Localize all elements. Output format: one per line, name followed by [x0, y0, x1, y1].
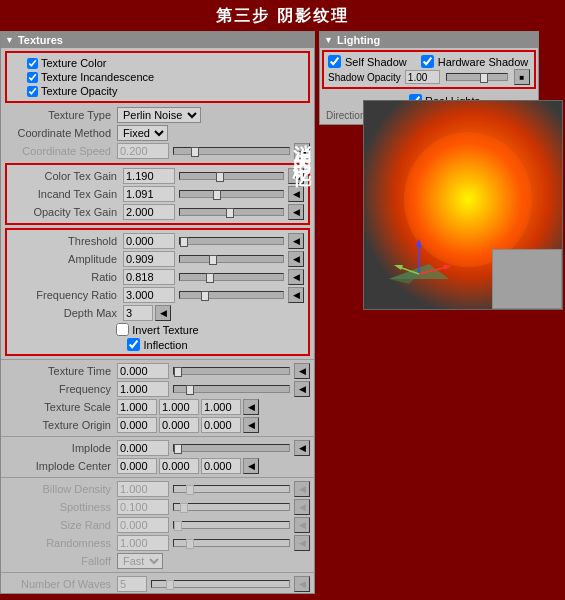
texture-incandescence-checkbox[interactable]	[27, 72, 38, 83]
implode-center-y-input[interactable]	[159, 458, 199, 474]
incand-tex-gain-input[interactable]	[123, 186, 175, 202]
amplitude-btn[interactable]: ◀	[288, 251, 304, 267]
texture-origin-z-input[interactable]	[201, 417, 241, 433]
texture-origin-btn[interactable]: ◀	[243, 417, 259, 433]
texture-opacity-label: Texture Opacity	[41, 85, 117, 97]
lighting-checkboxes-group: Self Shadow Hardware Shadow Shadow Opaci…	[322, 50, 536, 89]
coord-speed-slider[interactable]	[173, 147, 290, 155]
size-rand-row: Size Rand ◀	[1, 516, 314, 534]
implode-btn[interactable]: ◀	[294, 440, 310, 456]
coord-method-row: Coordinate Method Fixed	[1, 124, 314, 142]
implode-input[interactable]	[117, 440, 169, 456]
incand-tex-gain-label: Incand Tex Gain	[11, 188, 121, 200]
svg-marker-5	[443, 265, 452, 270]
texture-origin-label: Texture Origin	[5, 419, 115, 431]
hardware-shadow-checkbox[interactable]	[421, 55, 434, 68]
spottiness-slider	[173, 503, 290, 511]
threshold-slider[interactable]	[179, 237, 284, 245]
threshold-btn[interactable]: ◀	[288, 233, 304, 249]
threshold-input[interactable]	[123, 233, 175, 249]
ratio-label: Ratio	[11, 271, 121, 283]
frequency-row: Frequency ◀	[1, 380, 314, 398]
shadow-opacity-slider[interactable]	[446, 73, 508, 81]
ratio-slider[interactable]	[179, 273, 284, 281]
spottiness-label: Spottiness	[5, 501, 115, 513]
coord-speed-input[interactable]	[117, 143, 169, 159]
billow-density-input	[117, 481, 169, 497]
lighting-collapse-arrow[interactable]: ▼	[324, 35, 333, 45]
opacity-tex-gain-input[interactable]	[123, 204, 175, 220]
color-tex-gain-slider[interactable]	[179, 172, 284, 180]
textures-panel: ▼ Textures Texture Color Texture Incande…	[0, 31, 315, 594]
preview-gray-box	[492, 249, 562, 309]
randomness-row: Randomness ◀	[1, 534, 314, 552]
frequency-slider[interactable]	[173, 385, 290, 393]
spottiness-input	[117, 499, 169, 515]
implode-center-btn[interactable]: ◀	[243, 458, 259, 474]
color-tex-gain-input[interactable]	[123, 168, 175, 184]
shadow-opacity-input[interactable]	[405, 70, 440, 84]
depth-max-input[interactable]	[123, 305, 153, 321]
implode-center-z-input[interactable]	[201, 458, 241, 474]
texture-type-dropdown[interactable]: Perlin Noise	[117, 107, 201, 123]
texture-type-row: Texture Type Perlin Noise	[1, 106, 314, 124]
texture-origin-row: Texture Origin ◀	[1, 416, 314, 434]
texture-scale-z-input[interactable]	[201, 399, 241, 415]
texture-scale-btn[interactable]: ◀	[243, 399, 259, 415]
falloff-row: Falloff Fast	[1, 552, 314, 570]
texture-time-input[interactable]	[117, 363, 169, 379]
incand-tex-gain-btn[interactable]: ◀	[288, 186, 304, 202]
opacity-tex-gain-slider[interactable]	[179, 208, 284, 216]
texture-time-slider[interactable]	[173, 367, 290, 375]
page-title: 第三步 阴影纹理	[0, 0, 565, 31]
frequency-ratio-input[interactable]	[123, 287, 175, 303]
frequency-input[interactable]	[117, 381, 169, 397]
coord-method-dropdown[interactable]: Fixed	[117, 125, 168, 141]
texture-time-btn[interactable]: ◀	[294, 363, 310, 379]
texture-origin-y-input[interactable]	[159, 417, 199, 433]
texture-scale-x-input[interactable]	[117, 399, 157, 415]
frequency-ratio-row: Frequency Ratio ◀	[7, 286, 308, 304]
shadow-opacity-label: Shadow Opacity	[328, 72, 401, 83]
amplitude-input[interactable]	[123, 251, 175, 267]
noise-params-section: Threshold ◀ Amplitude ◀ Ratio ◀ Fre	[5, 228, 310, 356]
texture-scale-y-input[interactable]	[159, 399, 199, 415]
texture-opacity-checkbox[interactable]	[27, 86, 38, 97]
depth-max-btn[interactable]: ◀	[155, 305, 171, 321]
ratio-btn[interactable]: ◀	[288, 269, 304, 285]
color-tex-gain-btn[interactable]: ◀	[288, 168, 304, 184]
implode-center-x-input[interactable]	[117, 458, 157, 474]
implode-slider[interactable]	[173, 444, 290, 452]
self-shadow-checkbox[interactable]	[328, 55, 341, 68]
texture-scale-row: Texture Scale ◀	[1, 398, 314, 416]
shadow-opacity-btn[interactable]: ■	[514, 69, 530, 85]
invert-texture-checkbox[interactable]	[116, 323, 129, 336]
texture-origin-x-input[interactable]	[117, 417, 157, 433]
texture-scale-label: Texture Scale	[5, 401, 115, 413]
invert-texture-row: Invert Texture	[7, 322, 308, 337]
frequency-btn[interactable]: ◀	[294, 381, 310, 397]
randomness-btn: ◀	[294, 535, 310, 551]
inflection-checkbox[interactable]	[127, 338, 140, 351]
texture-color-checkbox[interactable]	[27, 58, 38, 69]
ratio-input[interactable]	[123, 269, 175, 285]
lighting-panel-header: ▼ Lighting	[320, 32, 538, 48]
num-waves-label: Number Of Waves	[5, 578, 115, 590]
opacity-tex-gain-label: Opacity Tex Gain	[11, 206, 121, 218]
size-rand-label: Size Rand	[5, 519, 115, 531]
implode-label: Implode	[5, 442, 115, 454]
frequency-ratio-label: Frequency Ratio	[11, 289, 121, 301]
implode-center-label: Implode Center	[5, 460, 115, 472]
textures-collapse-arrow[interactable]: ▼	[5, 35, 14, 45]
opacity-tex-gain-btn[interactable]: ◀	[288, 204, 304, 220]
color-tex-gain-row: Color Tex Gain ◀	[7, 167, 308, 185]
frequency-ratio-btn[interactable]: ◀	[288, 287, 304, 303]
depth-max-row: Depth Max ◀	[7, 304, 308, 322]
preview-area	[363, 100, 563, 310]
incand-tex-gain-slider[interactable]	[179, 190, 284, 198]
frequency-ratio-slider[interactable]	[179, 291, 284, 299]
amplitude-slider[interactable]	[179, 255, 284, 263]
texture-color-row: Texture Color	[27, 56, 288, 70]
texture-incandescence-row: Texture Incandescence	[27, 70, 288, 84]
texture-time-label: Texture Time	[5, 365, 115, 377]
